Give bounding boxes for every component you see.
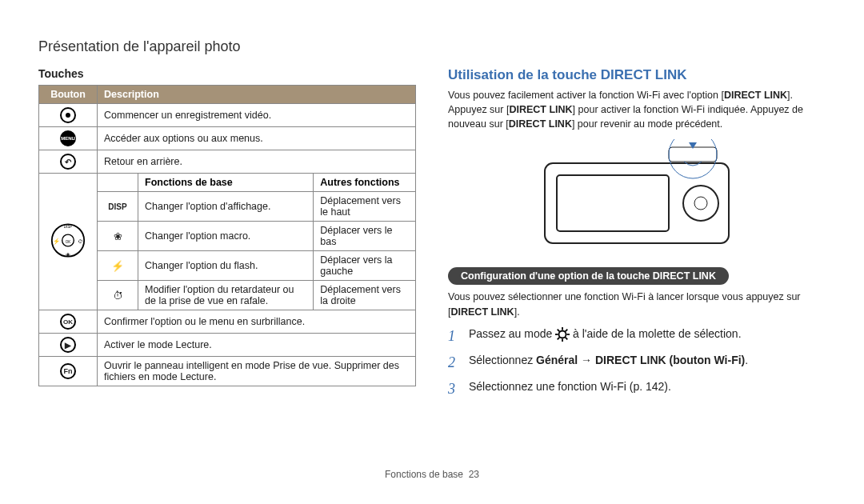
step-2: 2 Sélectionnez Général → DIRECT LINK (bo…: [448, 352, 826, 374]
svg-text:DISP: DISP: [64, 225, 73, 229]
svg-line-18: [558, 330, 560, 332]
svg-text:OK: OK: [66, 240, 71, 244]
table-row: Fn Ouvrir le panneau intelligent en mode…: [39, 357, 416, 386]
timer-icon: ⏱: [98, 281, 138, 310]
th-description: Description: [98, 86, 416, 104]
svg-line-20: [566, 330, 568, 332]
left-column: Touches Bouton Description Commencer un …: [38, 67, 416, 405]
touches-heading: Touches: [38, 67, 416, 80]
svg-line-21: [558, 338, 560, 340]
table-row: Commencer un enregistrement vidéo.: [39, 104, 416, 127]
svg-text:❀: ❀: [66, 251, 70, 258]
step-1: 1 Passez au mode à l'aide de la molette …: [448, 326, 826, 347]
svg-rect-8: [557, 175, 669, 231]
breadcrumb: Présentation de l'appareil photo: [38, 38, 241, 55]
fn-icon: Fn: [39, 357, 98, 386]
macro-icon: ❀: [98, 222, 138, 251]
svg-point-9: [683, 186, 718, 221]
direct-link-title: Utilisation de la touche DIRECT LINK: [448, 67, 826, 83]
play-icon: ▶: [39, 334, 98, 357]
touches-table: Bouton Description Commencer un enregist…: [38, 85, 416, 386]
config-intro: Vous pouvez sélectionner une fonction Wi…: [448, 290, 826, 318]
flash-icon: ⚡: [98, 251, 138, 281]
record-icon: [39, 104, 98, 127]
camera-illustration: [529, 139, 745, 251]
right-column: Utilisation de la touche DIRECT LINK Vou…: [448, 67, 826, 405]
ok-icon: OK: [39, 310, 98, 334]
svg-point-10: [694, 197, 707, 210]
th-bouton: Bouton: [39, 86, 98, 104]
dpad-icon: DISP OK ⚡ ⏱ ❀: [39, 174, 98, 310]
disp-icon: DISP: [98, 192, 138, 222]
table-row: OK Confirmer l'option ou le menu en surb…: [39, 310, 416, 334]
direct-link-intro: Vous pouvez facilement activer la foncti…: [448, 88, 826, 131]
table-row: ▶ Activer le mode Lecture.: [39, 334, 416, 357]
table-row: MENU Accéder aux options ou aux menus.: [39, 127, 416, 150]
gear-icon: [555, 327, 570, 342]
menu-icon: MENU: [39, 127, 98, 150]
step-3: 3 Sélectionnez une fonction Wi-Fi (p. 14…: [448, 378, 826, 400]
steps-list: 1 Passez au mode à l'aide de la molette …: [448, 326, 826, 400]
th-fonctions-base: Fonctions de base: [138, 174, 314, 192]
th-autres-fonctions: Autres fonctions: [314, 174, 416, 192]
svg-line-19: [566, 338, 568, 340]
svg-text:⚡: ⚡: [53, 238, 61, 245]
page-footer: Fonctions de base 23: [0, 469, 864, 480]
config-pill: Configuration d'une option de la touche …: [448, 267, 729, 285]
back-icon: ↶: [39, 150, 98, 174]
svg-point-13: [559, 330, 566, 338]
svg-rect-11: [669, 147, 717, 162]
svg-text:⏱: ⏱: [78, 238, 82, 244]
table-row: ↶ Retour en arrière.: [39, 150, 416, 174]
